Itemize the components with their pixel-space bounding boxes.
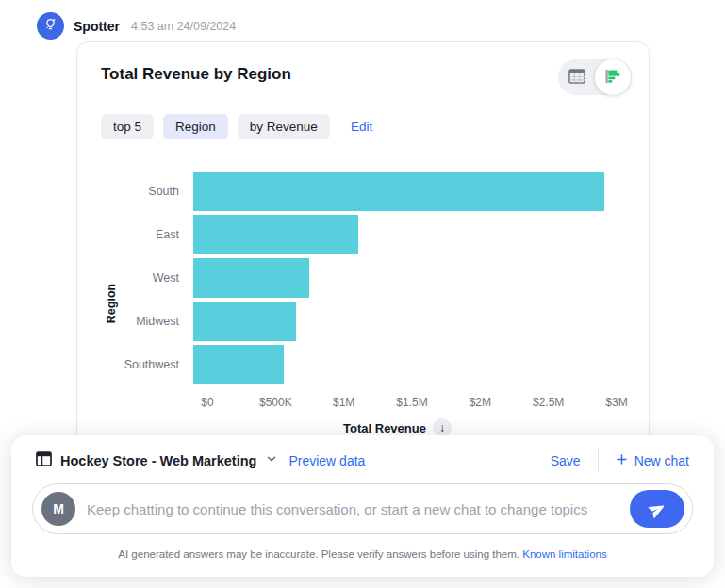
query-token-bar: top 5 Region by Revenue Edit	[77, 95, 649, 139]
bar-east[interactable]	[193, 215, 358, 254]
y-tick-label: Southwest	[122, 358, 193, 371]
app-name: Spotter	[74, 19, 120, 34]
chat-input[interactable]	[87, 501, 618, 517]
x-tick-label: $500K	[259, 396, 292, 409]
bar-chart: Region SouthEastWestMidwestSouthwest $0$…	[77, 139, 649, 437]
bar-chart-icon	[604, 69, 621, 87]
ai-disclaimer: AI generated answers may be inaccurate. …	[11, 548, 714, 560]
bar-track	[193, 215, 617, 254]
x-tick-label: $2.5M	[533, 396, 564, 409]
token-region[interactable]: Region	[163, 114, 228, 139]
x-tick-label: $0	[201, 396, 213, 409]
sort-descending-icon[interactable]: ↓	[433, 418, 452, 437]
new-chat-button[interactable]: New chat	[616, 453, 689, 468]
known-limitations-link[interactable]: Known limitations	[522, 548, 606, 560]
bar-southwest[interactable]	[193, 345, 284, 384]
chat-input-container: M	[32, 483, 693, 534]
table-view-button[interactable]	[559, 59, 595, 95]
y-tick-label: Midwest	[122, 315, 193, 328]
user-avatar: M	[41, 492, 75, 526]
chat-footer-panel: Hockey Store - Web Marketing Preview dat…	[11, 435, 714, 577]
bar-midwest[interactable]	[193, 302, 296, 341]
bar-chart-view-button[interactable]	[595, 59, 631, 95]
x-axis-ticks: $0$500K$1M$1.5M$2M$2.5M$3M	[122, 396, 617, 410]
x-axis-title: Total Revenue ↓	[178, 418, 617, 437]
bar-row: East	[122, 213, 617, 256]
view-toggle	[558, 59, 632, 95]
bar-track	[193, 345, 617, 384]
bar-row: South	[122, 170, 617, 213]
bar-rows: SouthEastWestMidwestSouthwest	[122, 170, 617, 386]
chevron-down-icon	[265, 452, 278, 469]
table-icon	[568, 69, 585, 87]
spotter-page: Spotter 4:53 am 24/09/2024 Total Revenue…	[0, 0, 725, 588]
bar-west[interactable]	[193, 258, 309, 298]
preview-data-link[interactable]: Preview data	[288, 453, 365, 468]
y-tick-label: West	[122, 271, 193, 285]
y-tick-label: South	[122, 185, 193, 198]
send-button[interactable]	[630, 490, 684, 528]
bar-row: Southwest	[122, 343, 617, 386]
worksheet-icon	[36, 451, 52, 470]
x-tick-label: $2M	[470, 396, 491, 409]
x-tick-label: $1M	[333, 396, 354, 409]
edit-query-link[interactable]: Edit	[351, 120, 372, 134]
worksheet-selector[interactable]: Hockey Store - Web Marketing	[36, 451, 278, 470]
token-top-5[interactable]: top 5	[101, 114, 154, 139]
save-button[interactable]: Save	[551, 453, 581, 468]
chart-title: Total Revenue by Region	[101, 65, 291, 84]
answer-card: Total Revenue by Region	[76, 41, 650, 447]
token-by-revenue[interactable]: by Revenue	[238, 114, 330, 139]
x-tick-label: $3M	[605, 396, 627, 409]
plus-icon	[616, 453, 628, 468]
x-tick-label: $1.5M	[396, 396, 427, 409]
bar-track	[193, 302, 617, 341]
y-axis-title: Region	[101, 170, 122, 437]
worksheet-name: Hockey Store - Web Marketing	[60, 453, 256, 468]
bar-track	[193, 258, 617, 298]
bar-row: Midwest	[122, 300, 617, 343]
y-tick-label: East	[122, 228, 193, 241]
divider	[598, 449, 599, 472]
bar-south[interactable]	[193, 172, 604, 211]
bar-track	[193, 172, 617, 211]
message-timestamp: 4:53 am 24/09/2024	[131, 20, 236, 33]
paper-plane-icon	[645, 497, 669, 521]
lightbulb-sparkle-icon	[42, 16, 58, 36]
chat-message-header: Spotter 4:53 am 24/09/2024	[37, 12, 236, 40]
spotter-avatar	[37, 12, 64, 40]
bar-row: West	[122, 256, 617, 300]
